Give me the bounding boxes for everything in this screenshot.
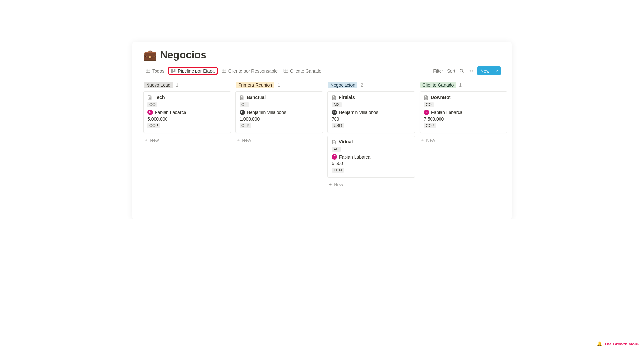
stage-chip: Negociacion — [328, 82, 357, 88]
search-icon[interactable] — [459, 68, 464, 73]
svg-rect-9 — [284, 69, 288, 72]
avatar: B — [240, 110, 245, 115]
kanban-card[interactable]: BanctualCLBBenjamin Villalobos1,000,000C… — [235, 91, 323, 133]
table-icon — [283, 68, 288, 73]
add-view-button[interactable] — [325, 68, 333, 74]
person-row: BBenjamin Villalobos — [240, 110, 319, 115]
add-card-label: New — [334, 182, 343, 187]
person-name: Fabián Labarca — [339, 154, 370, 160]
page-header: 💼 Negocios — [132, 42, 512, 61]
board-icon — [171, 68, 176, 73]
svg-line-13 — [462, 72, 464, 73]
card-title-row: Virtual — [332, 139, 411, 144]
column-count: 1 — [278, 82, 280, 88]
filter-button[interactable]: Filter — [433, 68, 443, 73]
kanban-card[interactable]: VirtualPEFFabián Labarca6,500PEN — [327, 136, 415, 178]
page-title: Negocios — [160, 49, 206, 61]
column-header[interactable]: Cliente Ganado1 — [420, 82, 507, 88]
svg-rect-4 — [173, 69, 174, 72]
add-card-label: New — [150, 138, 159, 143]
add-card-label: New — [426, 138, 435, 143]
person-row: FFabián Labarca — [147, 110, 227, 115]
card-title: Tech — [155, 95, 165, 100]
card-title: Firulais — [339, 95, 355, 100]
country-tag: PE — [332, 147, 341, 152]
svg-rect-3 — [172, 69, 173, 73]
column-header[interactable]: Negociacion2 — [327, 82, 415, 88]
svg-rect-5 — [175, 69, 175, 72]
tab-label: Todos — [152, 68, 164, 73]
page-icon — [332, 140, 336, 144]
person-name: Fabián Labarca — [155, 110, 186, 115]
page-icon — [424, 95, 429, 100]
person-name: Benjamin Villalobos — [247, 110, 286, 115]
plus-icon: + — [329, 182, 332, 187]
svg-rect-6 — [222, 69, 226, 72]
plus-icon: + — [421, 138, 424, 143]
tab-cliente-ganado[interactable]: Cliente Ganado — [281, 67, 324, 75]
svg-point-16 — [472, 70, 473, 71]
table-icon — [222, 68, 226, 73]
kanban-card[interactable]: DownBotCOFFabián Labarca7,500,000COP — [420, 91, 507, 133]
card-title-row: Banctual — [240, 95, 319, 100]
page-emoji: 💼 — [143, 50, 157, 61]
chevron-down-icon[interactable] — [493, 66, 501, 75]
plus-icon: + — [237, 138, 240, 143]
country-tag: MX — [332, 102, 342, 107]
tab-pipeline-por-etapa[interactable]: Pipeline por Etapa — [168, 67, 218, 75]
kanban-column: Primera Reunion1BanctualCLBBenjamin Vill… — [235, 82, 323, 145]
sort-button[interactable]: Sort — [447, 68, 455, 73]
add-card-button[interactable]: +New — [143, 136, 231, 145]
svg-rect-0 — [146, 69, 150, 72]
stage-chip: Nuevo Lead — [144, 82, 173, 88]
stage-chip: Primera Reunion — [236, 82, 274, 88]
add-card-button[interactable]: +New — [235, 136, 323, 145]
avatar: F — [147, 110, 153, 115]
app-window: 💼 Negocios Todos Pipeline por Etapa — [132, 42, 512, 219]
card-title: DownBot — [431, 95, 450, 100]
kanban-column: Nuevo Lead1TechCOFFabián Labarca5,000,00… — [143, 82, 231, 145]
add-card-button[interactable]: +New — [327, 180, 415, 189]
avatar: F — [424, 110, 429, 115]
svg-point-14 — [469, 70, 470, 71]
tab-label: Pipeline por Etapa — [178, 68, 214, 73]
add-card-button[interactable]: +New — [420, 136, 507, 145]
currency-tag: CLP — [240, 123, 251, 128]
new-button[interactable]: New — [477, 66, 501, 75]
tab-cliente-por-responsable[interactable]: Cliente por Responsable — [219, 67, 280, 75]
avatar: F — [332, 154, 337, 160]
plus-icon: + — [145, 138, 147, 143]
avatar: B — [332, 110, 337, 115]
views-toolbar: Todos Pipeline por Etapa Cliente por Res… — [132, 61, 512, 76]
tab-todos[interactable]: Todos — [143, 67, 166, 75]
amount: 1,000,000 — [240, 116, 319, 121]
person-row: BBenjamin Villalobos — [332, 110, 411, 115]
svg-point-15 — [470, 70, 471, 71]
page-icon — [332, 95, 336, 100]
toolbar-right: Filter Sort New — [433, 66, 501, 75]
add-card-label: New — [242, 138, 251, 143]
card-title-row: Tech — [147, 95, 227, 100]
person-row: FFabián Labarca — [424, 110, 503, 115]
kanban-card[interactable]: TechCOFFabián Labarca5,000,000COP — [143, 91, 231, 133]
tab-label: Cliente por Responsable — [228, 68, 278, 73]
currency-tag: COP — [147, 123, 160, 128]
page-icon — [147, 95, 152, 100]
kanban-column: Cliente Ganado1DownBotCOFFabián Labarca7… — [420, 82, 507, 145]
page-icon — [240, 95, 244, 100]
country-tag: CO — [147, 102, 157, 107]
stage-chip: Cliente Ganado — [420, 82, 456, 88]
more-icon[interactable] — [468, 68, 473, 73]
table-icon — [146, 68, 150, 73]
column-count: 1 — [176, 82, 179, 88]
column-header[interactable]: Nuevo Lead1 — [143, 82, 231, 88]
kanban-card[interactable]: FirulaisMXBBenjamin Villalobos700USD — [327, 91, 415, 133]
country-tag: CO — [424, 102, 434, 107]
column-count: 1 — [459, 82, 462, 88]
column-header[interactable]: Primera Reunion1 — [235, 82, 323, 88]
person-name: Fabián Labarca — [431, 110, 462, 115]
card-title: Virtual — [339, 139, 353, 144]
kanban-column: Negociacion2FirulaisMXBBenjamin Villalob… — [327, 82, 415, 189]
view-tabs: Todos Pipeline por Etapa Cliente por Res… — [143, 67, 433, 75]
amount: 700 — [332, 116, 411, 121]
